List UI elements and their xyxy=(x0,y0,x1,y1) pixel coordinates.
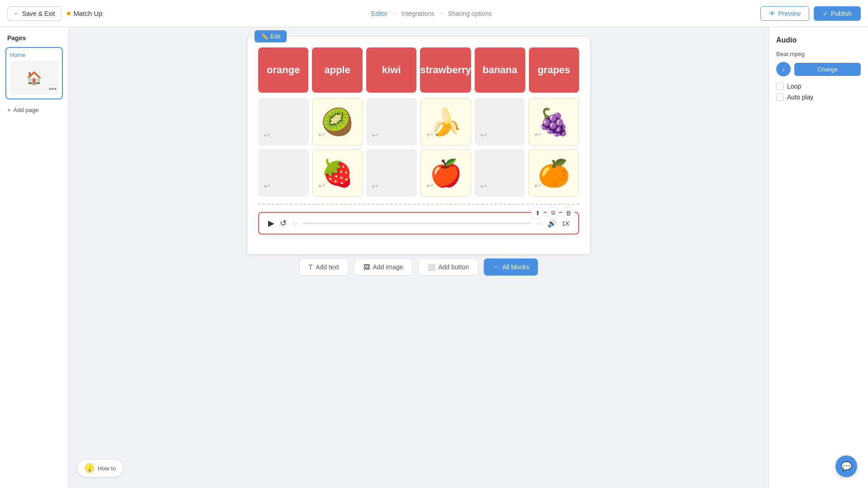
orange-image: 🍊 xyxy=(538,160,570,186)
pencil-icon: ✏️ xyxy=(261,33,268,40)
word-card-kiwi[interactable]: kiwi xyxy=(366,47,417,93)
retry-icon-3: ↩ xyxy=(372,130,378,140)
retry-icon-7: ↩ xyxy=(264,181,270,191)
nav-editor[interactable]: Editor xyxy=(371,10,388,17)
image-slot-11[interactable]: ↩ xyxy=(475,149,525,197)
audio-filename: Bear.mpeg xyxy=(776,51,861,57)
word-card-banana[interactable]: banana xyxy=(475,47,525,93)
kiwi-image: 🥝 xyxy=(321,109,354,135)
image-slot-9[interactable]: ↩ xyxy=(366,149,417,197)
page-more-button[interactable]: ••• xyxy=(49,85,57,93)
audio-controls: ♪ Change xyxy=(776,62,861,76)
play-button[interactable]: ▶ xyxy=(268,218,274,228)
topbar: Save & Exit Match Up Editor → Integratio… xyxy=(0,0,868,27)
canvas-area: ✏️ Edit orange apple kiwi strawberry ba xyxy=(69,27,769,488)
page-thumbnail: 🏠 ••• xyxy=(10,61,58,95)
unsaved-indicator xyxy=(67,12,71,15)
image-slot-4[interactable]: 🍌 ↩ xyxy=(420,98,471,145)
nav-integrations[interactable]: Integrations xyxy=(401,10,434,17)
how-to-button[interactable]: 💡 How to xyxy=(77,459,123,477)
edit-button[interactable]: ✏️ Edit xyxy=(255,30,287,42)
player-action-buttons: ⬆ ⧉ 🗑 xyxy=(531,206,575,219)
player-time-end: -:- xyxy=(537,220,542,227)
check-icon: ✓ xyxy=(823,10,828,17)
nav-sharing[interactable]: Sharing options xyxy=(448,10,492,17)
autoplay-checkbox-row: Auto play xyxy=(776,94,861,101)
player-upload-button[interactable]: ⬆ xyxy=(531,206,544,219)
word-card-apple[interactable]: apple xyxy=(312,47,363,93)
image-slot-6[interactable]: 🍇 ↩ xyxy=(528,98,579,145)
chat-icon: 💬 xyxy=(841,461,852,472)
save-exit-button[interactable]: Save & Exit xyxy=(7,6,61,21)
autoplay-checkbox[interactable] xyxy=(776,94,783,101)
publish-button[interactable]: ✓ Publish xyxy=(814,6,861,21)
nav-arrow-2: → xyxy=(438,10,444,17)
page-home-label: Home xyxy=(10,52,58,58)
sidebar: Pages Home 🏠 ••• + Add page xyxy=(0,27,69,488)
word-card-grapes[interactable]: grapes xyxy=(529,47,579,93)
loop-label: Loop xyxy=(787,83,801,90)
audio-player: ⬆ ⧉ 🗑 ▶ ↺ -:- -:- 🔊 1X xyxy=(258,212,579,235)
add-image-button[interactable]: 🖼 Add image xyxy=(354,258,413,276)
save-exit-label: Save & Exit xyxy=(22,10,55,17)
image-slot-7[interactable]: ↩ xyxy=(258,149,309,197)
player-time-current: -:- xyxy=(292,220,297,227)
image-row-1: ↩ 🥝 ↩ ↩ 🍌 ↩ ↩ 🍇 ↩ xyxy=(258,98,579,145)
document-title: Match Up xyxy=(67,9,102,17)
volume-icon[interactable]: 🔊 xyxy=(547,219,557,228)
retry-icon-11: ↩ xyxy=(480,181,487,191)
text-icon: T xyxy=(309,263,313,271)
image-slot-10[interactable]: 🍎 ↩ xyxy=(420,149,471,197)
pages-title: Pages xyxy=(5,34,63,42)
loop-checkbox-row: Loop xyxy=(776,83,861,90)
word-row: orange apple kiwi strawberry banana grap… xyxy=(258,47,579,93)
player-progress-bar[interactable] xyxy=(303,223,531,224)
nav-arrow-1: → xyxy=(391,10,397,17)
image-slot-5[interactable]: ↩ xyxy=(475,98,525,145)
main-layout: Pages Home 🏠 ••• + Add page ✏️ Edit oran… xyxy=(0,27,868,488)
player-speed[interactable]: 1X xyxy=(562,220,569,227)
player-delete-button[interactable]: 🗑 xyxy=(562,206,575,219)
lightbulb-icon: 💡 xyxy=(85,463,94,473)
image-slot-12[interactable]: 🍊 ↩ xyxy=(528,149,579,197)
grapes-image: 🍇 xyxy=(538,109,570,135)
loop-checkbox[interactable] xyxy=(776,83,783,90)
retry-icon-6: ↩ xyxy=(534,130,541,140)
panel-title: Audio xyxy=(776,36,861,44)
audio-play-button[interactable]: ♪ xyxy=(776,62,791,76)
chat-button[interactable]: 💬 xyxy=(835,455,857,477)
home-icon: 🏠 xyxy=(26,70,42,85)
canvas-container: ✏️ Edit orange apple kiwi strawberry ba xyxy=(247,36,590,255)
retry-icon-1: ↩ xyxy=(264,130,270,140)
image-slot-2[interactable]: 🥝 ↩ xyxy=(312,98,363,145)
play-icon: ♪ xyxy=(782,66,785,73)
banana-image: 🍌 xyxy=(429,109,462,135)
apple-image: 🍎 xyxy=(429,160,462,186)
eye-icon: 👁 xyxy=(769,10,775,17)
preview-button[interactable]: 👁 Preview xyxy=(760,6,809,21)
word-card-strawberry[interactable]: strawberry xyxy=(420,47,471,93)
add-blocks-row: T Add text 🖼 Add image ⬜ Add button ⋯ Al… xyxy=(299,258,538,276)
add-button-button[interactable]: ⬜ Add button xyxy=(418,258,479,276)
image-slot-3[interactable]: ↩ xyxy=(366,98,417,145)
retry-icon-9: ↩ xyxy=(372,181,378,191)
image-icon: 🖼 xyxy=(363,263,370,271)
image-slot-8[interactable]: 🍓 ↩ xyxy=(312,149,363,197)
image-slot-1[interactable]: ↩ xyxy=(258,98,309,145)
player-copy-button[interactable]: ⧉ xyxy=(547,206,559,219)
add-text-button[interactable]: T Add text xyxy=(299,258,349,276)
image-row-2: ↩ 🍓 ↩ ↩ 🍎 ↩ ↩ 🍊 ↩ xyxy=(258,149,579,197)
retry-icon-12: ↩ xyxy=(534,181,541,191)
change-audio-button[interactable]: Change xyxy=(794,63,861,76)
add-page-button[interactable]: + Add page xyxy=(5,105,63,115)
all-blocks-button[interactable]: ⋯ All blocks xyxy=(484,258,538,276)
plus-icon: + xyxy=(7,107,11,113)
page-card-home[interactable]: Home 🏠 ••• xyxy=(5,47,63,99)
autoplay-label: Auto play xyxy=(787,94,813,101)
topbar-actions: 👁 Preview ✓ Publish xyxy=(760,6,861,21)
retry-icon-4: ↩ xyxy=(426,130,433,140)
section-divider xyxy=(258,204,579,205)
retry-icon-10: ↩ xyxy=(426,181,433,191)
replay-button[interactable]: ↺ xyxy=(280,218,287,228)
word-card-orange[interactable]: orange xyxy=(258,47,308,93)
